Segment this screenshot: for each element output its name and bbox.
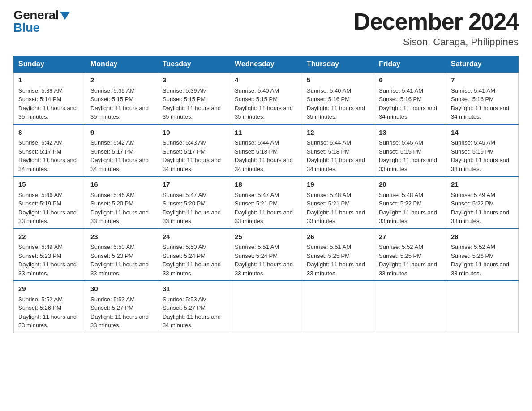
weekday-header-sunday: Sunday [14,56,86,73]
logo-blue-text: Blue [13,21,40,34]
day-info: Sunrise: 5:53 AMSunset: 5:27 PMDaylight:… [90,295,153,330]
calendar-cell: 14Sunrise: 5:45 AMSunset: 5:19 PMDayligh… [446,124,519,177]
weekday-header-friday: Friday [374,56,446,73]
day-number: 3 [163,75,225,86]
calendar-cell: 10Sunrise: 5:43 AMSunset: 5:17 PMDayligh… [158,124,230,177]
calendar-cell: 4Sunrise: 5:40 AMSunset: 5:15 PMDaylight… [230,72,302,124]
day-info: Sunrise: 5:42 AMSunset: 5:17 PMDaylight:… [18,138,81,173]
day-number: 6 [379,75,442,86]
day-info: Sunrise: 5:44 AMSunset: 5:18 PMDaylight:… [235,138,297,173]
day-info: Sunrise: 5:51 AMSunset: 5:25 PMDaylight:… [307,243,369,278]
svg-marker-0 [60,12,70,20]
day-info: Sunrise: 5:41 AMSunset: 5:16 PMDaylight:… [379,86,442,121]
calendar-week-row: 1Sunrise: 5:38 AMSunset: 5:14 PMDaylight… [14,72,519,124]
day-info: Sunrise: 5:43 AMSunset: 5:17 PMDaylight:… [163,138,225,173]
calendar-cell: 25Sunrise: 5:51 AMSunset: 5:24 PMDayligh… [230,229,302,281]
day-number: 17 [163,180,225,190]
day-number: 23 [90,232,153,242]
calendar-cell: 3Sunrise: 5:39 AMSunset: 5:15 PMDaylight… [158,72,230,124]
day-number: 29 [18,284,81,294]
weekday-header-tuesday: Tuesday [158,56,230,73]
calendar-cell: 9Sunrise: 5:42 AMSunset: 5:17 PMDaylight… [86,124,158,177]
calendar-cell: 2Sunrise: 5:39 AMSunset: 5:15 PMDaylight… [86,72,158,124]
weekday-header-row: SundayMondayTuesdayWednesdayThursdayFrid… [14,56,519,73]
day-info: Sunrise: 5:48 AMSunset: 5:21 PMDaylight:… [307,191,369,226]
calendar-cell: 11Sunrise: 5:44 AMSunset: 5:18 PMDayligh… [230,124,302,177]
day-number: 15 [18,180,81,190]
day-info: Sunrise: 5:52 AMSunset: 5:25 PMDaylight:… [379,243,442,278]
calendar-cell: 15Sunrise: 5:46 AMSunset: 5:19 PMDayligh… [14,176,86,229]
day-info: Sunrise: 5:44 AMSunset: 5:18 PMDaylight:… [307,138,369,173]
day-info: Sunrise: 5:39 AMSunset: 5:15 PMDaylight:… [163,86,225,121]
day-info: Sunrise: 5:49 AMSunset: 5:23 PMDaylight:… [18,243,81,278]
calendar-cell: 22Sunrise: 5:49 AMSunset: 5:23 PMDayligh… [14,229,86,281]
calendar-cell [302,281,374,333]
calendar-week-row: 29Sunrise: 5:52 AMSunset: 5:26 PMDayligh… [14,281,519,333]
calendar-cell [230,281,302,333]
day-info: Sunrise: 5:49 AMSunset: 5:22 PMDaylight:… [451,191,514,226]
day-info: Sunrise: 5:48 AMSunset: 5:22 PMDaylight:… [379,191,442,226]
day-number: 7 [451,75,514,86]
calendar-cell: 19Sunrise: 5:48 AMSunset: 5:21 PMDayligh… [302,176,374,229]
calendar-cell: 1Sunrise: 5:38 AMSunset: 5:14 PMDaylight… [14,72,86,124]
day-info: Sunrise: 5:52 AMSunset: 5:26 PMDaylight:… [451,243,514,278]
location-subtitle: Sison, Caraga, Philippines [353,36,519,48]
day-number: 4 [235,75,297,86]
calendar-cell: 6Sunrise: 5:41 AMSunset: 5:16 PMDaylight… [374,72,446,124]
day-number: 16 [90,180,153,190]
day-info: Sunrise: 5:38 AMSunset: 5:14 PMDaylight:… [18,86,81,121]
day-number: 22 [18,232,81,242]
title-area: December 2024 Sison, Caraga, Philippines [353,9,519,48]
day-number: 14 [451,128,514,138]
calendar-week-row: 8Sunrise: 5:42 AMSunset: 5:17 PMDaylight… [14,124,519,177]
day-info: Sunrise: 5:51 AMSunset: 5:24 PMDaylight:… [235,243,297,278]
day-number: 24 [163,232,225,242]
day-number: 1 [18,75,81,86]
day-info: Sunrise: 5:46 AMSunset: 5:20 PMDaylight:… [90,191,153,226]
logo-general-text: General [13,9,59,21]
day-info: Sunrise: 5:53 AMSunset: 5:27 PMDaylight:… [163,295,225,330]
day-number: 25 [235,232,297,242]
day-number: 28 [451,232,514,242]
page-header: General Blue December 2024 Sison, Caraga… [13,9,519,48]
day-number: 19 [307,180,369,190]
weekday-header-wednesday: Wednesday [230,56,302,73]
logo: General Blue [13,9,70,34]
calendar-cell: 26Sunrise: 5:51 AMSunset: 5:25 PMDayligh… [302,229,374,281]
weekday-header-monday: Monday [86,56,158,73]
day-info: Sunrise: 5:45 AMSunset: 5:19 PMDaylight:… [379,138,442,173]
weekday-header-thursday: Thursday [302,56,374,73]
calendar-cell: 31Sunrise: 5:53 AMSunset: 5:27 PMDayligh… [158,281,230,333]
day-info: Sunrise: 5:39 AMSunset: 5:15 PMDaylight:… [90,86,153,121]
day-number: 18 [235,180,297,190]
logo-arrow-icon [60,12,70,20]
calendar-cell: 23Sunrise: 5:50 AMSunset: 5:23 PMDayligh… [86,229,158,281]
calendar-cell: 28Sunrise: 5:52 AMSunset: 5:26 PMDayligh… [446,229,519,281]
month-title: December 2024 [353,9,519,34]
day-info: Sunrise: 5:47 AMSunset: 5:20 PMDaylight:… [163,191,225,226]
day-number: 30 [90,284,153,294]
calendar-cell: 24Sunrise: 5:50 AMSunset: 5:24 PMDayligh… [158,229,230,281]
calendar-cell: 21Sunrise: 5:49 AMSunset: 5:22 PMDayligh… [446,176,519,229]
calendar-cell: 29Sunrise: 5:52 AMSunset: 5:26 PMDayligh… [14,281,86,333]
calendar-cell: 13Sunrise: 5:45 AMSunset: 5:19 PMDayligh… [374,124,446,177]
calendar-cell [446,281,519,333]
calendar-cell: 17Sunrise: 5:47 AMSunset: 5:20 PMDayligh… [158,176,230,229]
day-number: 9 [90,128,153,138]
day-number: 27 [379,232,442,242]
calendar-cell [374,281,446,333]
day-number: 21 [451,180,514,190]
day-info: Sunrise: 5:50 AMSunset: 5:23 PMDaylight:… [90,243,153,278]
day-info: Sunrise: 5:40 AMSunset: 5:16 PMDaylight:… [307,86,369,121]
calendar-cell: 20Sunrise: 5:48 AMSunset: 5:22 PMDayligh… [374,176,446,229]
day-info: Sunrise: 5:40 AMSunset: 5:15 PMDaylight:… [235,86,297,121]
day-number: 13 [379,128,442,138]
day-number: 26 [307,232,369,242]
day-number: 8 [18,128,81,138]
weekday-header-saturday: Saturday [446,56,519,73]
day-info: Sunrise: 5:45 AMSunset: 5:19 PMDaylight:… [451,138,514,173]
day-number: 12 [307,128,369,138]
day-info: Sunrise: 5:42 AMSunset: 5:17 PMDaylight:… [90,138,153,173]
calendar-cell: 18Sunrise: 5:47 AMSunset: 5:21 PMDayligh… [230,176,302,229]
day-info: Sunrise: 5:47 AMSunset: 5:21 PMDaylight:… [235,191,297,226]
